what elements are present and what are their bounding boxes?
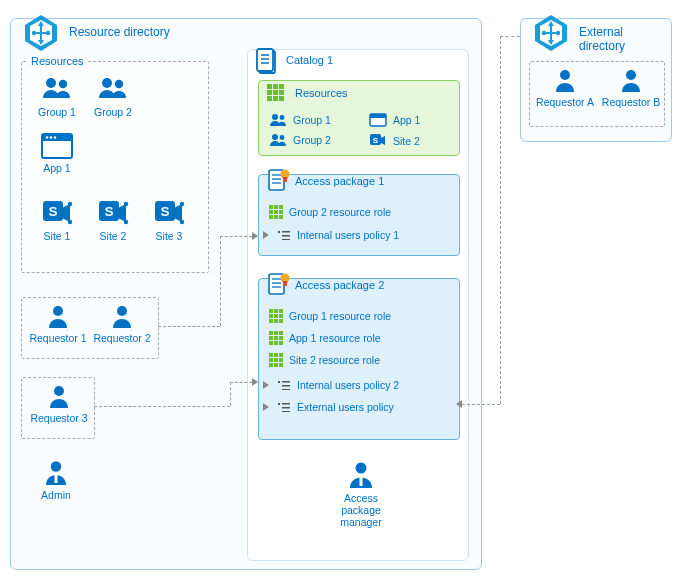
resource-label: Site 2: [88, 230, 138, 242]
svg-point-8: [46, 78, 56, 88]
svg-point-44: [272, 134, 278, 140]
policy-row: Internal users policy 1: [263, 229, 399, 241]
catalog-resource-item: Group 1: [269, 113, 331, 127]
resource-label: Group 1: [293, 114, 331, 126]
arrow-icon: [252, 378, 258, 386]
svg-point-45: [280, 135, 285, 140]
role-label: Group 1 resource role: [289, 310, 391, 322]
person-icon: [46, 384, 72, 410]
grid-icon: [269, 309, 283, 323]
svg-marker-19: [62, 204, 70, 222]
policy-row: Internal users policy 2: [263, 379, 399, 391]
catalog-title: Catalog 1: [286, 54, 333, 66]
role-label: App 1 resource role: [289, 332, 381, 344]
resource-label: Site 3: [144, 230, 194, 242]
svg-point-31: [180, 220, 184, 224]
connector-line: [500, 36, 520, 37]
svg-marker-24: [118, 204, 126, 222]
svg-point-73: [560, 70, 570, 80]
connector-line: [220, 236, 252, 237]
resource-label: Group 2: [293, 134, 331, 146]
list-icon: [277, 379, 291, 391]
svg-point-32: [53, 306, 63, 316]
resource-label: App 1: [32, 162, 82, 174]
directory-icon: [531, 13, 571, 53]
app-icon: [40, 132, 74, 160]
svg-point-34: [54, 386, 64, 396]
role-label: Site 2 resource role: [289, 354, 380, 366]
resource-group: Group 2: [88, 76, 138, 118]
requestor-label: Requestor B: [600, 96, 662, 108]
manager-label: Access package manager: [326, 492, 396, 528]
resource-site: S Site 2: [88, 198, 138, 242]
policy-label: Internal users policy 2: [297, 379, 399, 391]
resource-group: Group 1: [32, 76, 82, 118]
catalog-resources-box: Resources Group 1 Group 2: [258, 80, 460, 156]
catalog-resource-item: App 1: [369, 113, 420, 127]
site-icon: S: [152, 198, 186, 228]
arrow-in-icon: [263, 402, 273, 412]
svg-point-26: [124, 220, 128, 224]
person-icon: [552, 68, 578, 94]
svg-marker-50: [381, 136, 385, 145]
arrow-icon: [252, 232, 258, 240]
admin-icon: [42, 459, 70, 487]
arrow-icon: [456, 400, 462, 408]
admin-icon: [346, 460, 376, 490]
connector-line: [230, 382, 231, 406]
svg-rect-36: [55, 474, 58, 483]
connector-line: [158, 326, 220, 327]
resource-role-row: Group 2 resource role: [269, 205, 391, 219]
requestor-label: Requestor 2: [92, 332, 152, 344]
svg-point-20: [68, 202, 72, 206]
requestor-label: Requestor 3: [29, 412, 89, 424]
resource-label: Site 1: [32, 230, 82, 242]
resource-label: App 1: [393, 114, 420, 126]
arrow-in-icon: [263, 230, 273, 240]
resource-role-row: Group 1 resource role: [269, 309, 391, 323]
resource-site: S Site 3: [144, 198, 194, 242]
grid-icon: [269, 205, 283, 219]
policy-row: External users policy: [263, 401, 394, 413]
requestor: Requestor 3: [29, 384, 89, 424]
external-directory-title: External directory: [579, 25, 671, 53]
svg-rect-64: [360, 476, 363, 486]
requestor: Requestor 1: [28, 304, 88, 344]
svg-point-9: [59, 80, 67, 88]
grid-icon: [267, 84, 285, 102]
catalog-icon: [254, 48, 280, 78]
resources-box: Resources Group 1 Group 2: [21, 61, 209, 273]
policy-label: Internal users policy 1: [297, 229, 399, 241]
person-icon: [45, 304, 71, 330]
role-label: Group 2 resource role: [289, 206, 391, 218]
admin-label: Admin: [31, 489, 81, 501]
grid-icon: [269, 331, 283, 345]
connector-line: [94, 406, 230, 407]
directory-icon: [21, 13, 61, 53]
resource-app: App 1: [32, 132, 82, 174]
resource-role-row: Site 2 resource role: [269, 353, 380, 367]
svg-text:S: S: [373, 136, 379, 145]
svg-point-11: [115, 80, 123, 88]
catalog-resources-title: Resources: [295, 87, 348, 99]
requestors-box-bottom: Requestor 3: [21, 377, 95, 439]
catalog-resource-item: Group 2: [269, 133, 331, 147]
svg-point-43: [280, 115, 285, 120]
resource-directory-title: Resource directory: [69, 25, 170, 39]
connector-line: [500, 36, 501, 404]
requestor-label: Requestor 1: [28, 332, 88, 344]
group-icon: [269, 133, 287, 147]
person-icon: [618, 68, 644, 94]
resource-label: Group 1: [32, 106, 82, 118]
svg-point-63: [356, 463, 367, 474]
resource-directory-box: Resource directory Resources Group 1 Gro…: [10, 18, 482, 570]
list-icon: [277, 229, 291, 241]
app-icon: [369, 113, 387, 127]
resource-label: Site 2: [393, 135, 420, 147]
resources-title: Resources: [28, 55, 87, 67]
connector-line: [462, 404, 500, 405]
svg-point-35: [51, 461, 61, 471]
list-icon: [277, 401, 291, 413]
connector-line: [230, 382, 252, 383]
access-package-box: Access package 1 Group 2 resource role I…: [258, 174, 460, 256]
